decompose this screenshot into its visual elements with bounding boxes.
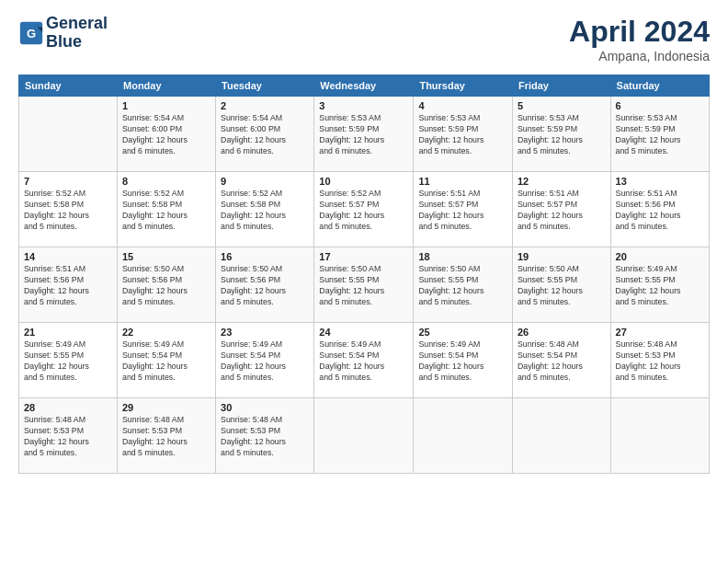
day-number: 3: [319, 100, 408, 111]
day-info: Sunrise: 5:49 AM Sunset: 5:54 PM Dayligh…: [221, 339, 309, 384]
logo-line1: General: [46, 14, 108, 32]
calendar-header-saturday: Saturday: [610, 75, 709, 97]
calendar-header-wednesday: Wednesday: [314, 75, 414, 97]
day-number: 5: [518, 100, 606, 111]
day-info: Sunrise: 5:48 AM Sunset: 5:53 PM Dayligh…: [616, 339, 704, 384]
location: Ampana, Indonesia: [569, 49, 710, 63]
calendar-cell: 4Sunrise: 5:53 AM Sunset: 5:59 PM Daylig…: [414, 97, 513, 172]
day-info: Sunrise: 5:49 AM Sunset: 5:55 PM Dayligh…: [24, 339, 112, 384]
day-info: Sunrise: 5:48 AM Sunset: 5:53 PM Dayligh…: [221, 415, 309, 459]
day-info: Sunrise: 5:54 AM Sunset: 6:00 PM Dayligh…: [122, 113, 210, 157]
day-number: 2: [221, 100, 309, 111]
day-info: Sunrise: 5:50 AM Sunset: 5:55 PM Dayligh…: [518, 264, 606, 308]
logo-line2: Blue: [46, 32, 82, 51]
calendar-cell: 17Sunrise: 5:50 AM Sunset: 5:55 PM Dayli…: [314, 247, 414, 323]
month-title: April 2024: [569, 15, 710, 49]
title-block: April 2024 Ampana, Indonesia: [569, 15, 710, 63]
day-info: Sunrise: 5:50 AM Sunset: 5:55 PM Dayligh…: [319, 264, 408, 308]
day-number: 9: [221, 176, 309, 187]
day-number: 1: [122, 100, 210, 111]
calendar-cell: 15Sunrise: 5:50 AM Sunset: 5:56 PM Dayli…: [118, 247, 216, 323]
calendar-cell: 26Sunrise: 5:48 AM Sunset: 5:54 PM Dayli…: [512, 323, 610, 398]
day-number: 15: [122, 251, 210, 262]
calendar-cell: 6Sunrise: 5:53 AM Sunset: 5:59 PM Daylig…: [610, 97, 709, 172]
calendar-cell: [512, 398, 610, 474]
day-info: Sunrise: 5:52 AM Sunset: 5:58 PM Dayligh…: [122, 189, 210, 233]
day-info: Sunrise: 5:52 AM Sunset: 5:57 PM Dayligh…: [319, 189, 408, 233]
calendar-cell: [414, 398, 513, 474]
day-number: 26: [518, 327, 606, 338]
day-info: Sunrise: 5:53 AM Sunset: 5:59 PM Dayligh…: [518, 113, 606, 157]
day-number: 23: [221, 327, 309, 338]
calendar-header-sunday: Sunday: [19, 75, 118, 97]
calendar-week-5: 28Sunrise: 5:48 AM Sunset: 5:53 PM Dayli…: [19, 398, 710, 474]
calendar-cell: 28Sunrise: 5:48 AM Sunset: 5:53 PM Dayli…: [19, 398, 118, 474]
day-info: Sunrise: 5:48 AM Sunset: 5:53 PM Dayligh…: [24, 415, 112, 459]
day-info: Sunrise: 5:49 AM Sunset: 5:54 PM Dayligh…: [319, 339, 408, 384]
day-info: Sunrise: 5:48 AM Sunset: 5:54 PM Dayligh…: [518, 339, 606, 384]
day-info: Sunrise: 5:53 AM Sunset: 5:59 PM Dayligh…: [319, 113, 408, 157]
day-info: Sunrise: 5:48 AM Sunset: 5:53 PM Dayligh…: [122, 415, 210, 459]
calendar-cell: 13Sunrise: 5:51 AM Sunset: 5:56 PM Dayli…: [610, 172, 709, 247]
day-number: 20: [616, 251, 704, 262]
day-number: 17: [319, 251, 408, 262]
day-number: 28: [24, 402, 112, 413]
calendar-header-tuesday: Tuesday: [216, 75, 314, 97]
calendar-cell: 19Sunrise: 5:50 AM Sunset: 5:55 PM Dayli…: [512, 247, 610, 323]
day-info: Sunrise: 5:54 AM Sunset: 6:00 PM Dayligh…: [221, 113, 309, 157]
day-number: 24: [319, 327, 408, 338]
day-number: 6: [616, 100, 704, 111]
day-info: Sunrise: 5:50 AM Sunset: 5:56 PM Dayligh…: [122, 264, 210, 308]
calendar-header-monday: Monday: [118, 75, 216, 97]
calendar-cell: 11Sunrise: 5:51 AM Sunset: 5:57 PM Dayli…: [414, 172, 513, 247]
calendar-cell: 12Sunrise: 5:51 AM Sunset: 5:57 PM Dayli…: [512, 172, 610, 247]
calendar-cell: [314, 398, 414, 474]
day-number: 30: [221, 402, 309, 413]
calendar-cell: 10Sunrise: 5:52 AM Sunset: 5:57 PM Dayli…: [314, 172, 414, 247]
day-number: 22: [122, 327, 210, 338]
calendar-cell: 8Sunrise: 5:52 AM Sunset: 5:58 PM Daylig…: [118, 172, 216, 247]
calendar-cell: 1Sunrise: 5:54 AM Sunset: 6:00 PM Daylig…: [118, 97, 216, 172]
calendar-cell: 20Sunrise: 5:49 AM Sunset: 5:55 PM Dayli…: [610, 247, 709, 323]
day-info: Sunrise: 5:49 AM Sunset: 5:55 PM Dayligh…: [616, 264, 704, 308]
day-number: 27: [616, 327, 704, 338]
day-number: 14: [24, 251, 112, 262]
day-info: Sunrise: 5:51 AM Sunset: 5:57 PM Dayligh…: [418, 189, 507, 233]
logo: G General Blue: [18, 15, 108, 52]
calendar-cell: 27Sunrise: 5:48 AM Sunset: 5:53 PM Dayli…: [610, 323, 709, 398]
day-number: 21: [24, 327, 112, 338]
calendar-header-friday: Friday: [512, 75, 610, 97]
calendar-header-row: SundayMondayTuesdayWednesdayThursdayFrid…: [19, 75, 710, 97]
calendar-cell: 23Sunrise: 5:49 AM Sunset: 5:54 PM Dayli…: [216, 323, 314, 398]
day-info: Sunrise: 5:49 AM Sunset: 5:54 PM Dayligh…: [418, 339, 507, 384]
day-number: 19: [518, 251, 606, 262]
day-number: 25: [418, 327, 507, 338]
calendar-week-4: 21Sunrise: 5:49 AM Sunset: 5:55 PM Dayli…: [19, 323, 710, 398]
day-info: Sunrise: 5:53 AM Sunset: 5:59 PM Dayligh…: [418, 113, 507, 157]
day-number: 7: [24, 176, 112, 187]
day-number: 29: [122, 402, 210, 413]
calendar-week-1: 1Sunrise: 5:54 AM Sunset: 6:00 PM Daylig…: [19, 97, 710, 172]
calendar-week-2: 7Sunrise: 5:52 AM Sunset: 5:58 PM Daylig…: [19, 172, 710, 247]
calendar-cell: 5Sunrise: 5:53 AM Sunset: 5:59 PM Daylig…: [512, 97, 610, 172]
calendar-cell: 22Sunrise: 5:49 AM Sunset: 5:54 PM Dayli…: [118, 323, 216, 398]
day-number: 18: [418, 251, 507, 262]
logo-text: General Blue: [46, 15, 108, 52]
day-number: 10: [319, 176, 408, 187]
day-number: 13: [616, 176, 704, 187]
day-info: Sunrise: 5:52 AM Sunset: 5:58 PM Dayligh…: [221, 189, 309, 233]
day-info: Sunrise: 5:49 AM Sunset: 5:54 PM Dayligh…: [122, 339, 210, 384]
calendar-cell: 3Sunrise: 5:53 AM Sunset: 5:59 PM Daylig…: [314, 97, 414, 172]
day-info: Sunrise: 5:51 AM Sunset: 5:57 PM Dayligh…: [518, 189, 606, 233]
calendar-cell: [610, 398, 709, 474]
calendar-cell: 25Sunrise: 5:49 AM Sunset: 5:54 PM Dayli…: [414, 323, 513, 398]
header: G General Blue April 2024 Ampana, Indone…: [18, 15, 710, 63]
day-info: Sunrise: 5:51 AM Sunset: 5:56 PM Dayligh…: [24, 264, 112, 308]
calendar-cell: 24Sunrise: 5:49 AM Sunset: 5:54 PM Dayli…: [314, 323, 414, 398]
calendar-cell: 29Sunrise: 5:48 AM Sunset: 5:53 PM Dayli…: [118, 398, 216, 474]
day-info: Sunrise: 5:52 AM Sunset: 5:58 PM Dayligh…: [24, 189, 112, 233]
page: G General Blue April 2024 Ampana, Indone…: [0, 0, 728, 563]
calendar-cell: 9Sunrise: 5:52 AM Sunset: 5:58 PM Daylig…: [216, 172, 314, 247]
calendar-header-thursday: Thursday: [414, 75, 513, 97]
day-number: 11: [418, 176, 507, 187]
